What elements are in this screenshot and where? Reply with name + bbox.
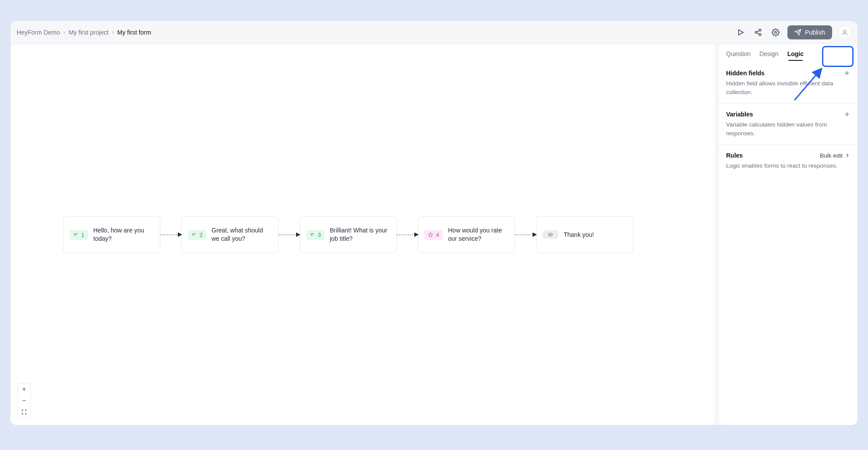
svg-point-9 [843,30,846,32]
svg-marker-0 [739,30,744,35]
send-icon [794,29,801,36]
section-title: Variables [726,111,753,118]
section-title: Rules [726,152,743,159]
node-number: 3 [318,232,321,238]
svg-marker-16 [428,232,433,237]
flow-edge [160,234,181,235]
play-icon [737,28,745,36]
plus-icon [843,70,850,77]
flow-edge [279,234,300,235]
svg-point-2 [755,32,757,34]
flow-node[interactable]: 4 How would you rate our service? [418,216,515,253]
flow-node[interactable]: 1 Hello, how are you today? [63,216,160,253]
arrow-right-icon [296,232,300,237]
flow-row: 1 Hello, how are you today? 2 [63,216,633,253]
publish-button[interactable]: Publish [787,25,832,39]
node-number: 4 [436,232,439,238]
flow-edge [397,234,418,235]
node-badge: 1 [70,230,88,240]
chevron-right-icon: › [64,29,65,35]
plus-icon [843,111,850,118]
svg-line-5 [757,33,759,34]
share-icon [754,28,762,36]
plus-icon [21,386,27,392]
fit-view-button[interactable] [18,406,30,418]
breadcrumb: HeyForm Demo › My first project › My fir… [17,29,151,36]
arrow-right-icon [533,232,537,237]
flow-node[interactable]: 3 Brilliant! What is your job title? [300,216,397,253]
node-badge: 4 [424,230,443,240]
topbar-actions: Publish [735,25,851,39]
text-icon [191,232,197,237]
preview-button[interactable] [735,27,746,38]
breadcrumb-workspace[interactable]: HeyForm Demo [17,29,60,36]
chevron-right-icon [844,152,850,158]
zoom-out-button[interactable] [18,395,30,406]
avatar[interactable] [838,26,851,39]
section-description: Variable calculates hidden values from r… [726,120,850,137]
properties-panel: Question Design Logic Hidde [719,44,857,425]
logic-canvas[interactable]: 1 Hello, how are you today? 2 [11,44,715,425]
star-icon [428,232,433,237]
breadcrumb-project[interactable]: My first project [69,29,109,36]
node-label: How would you rate our service? [448,226,508,243]
panel-tabs: Question Design Logic [719,44,857,63]
publish-label: Publish [805,29,825,36]
bulk-edit-label: Bulk edit [820,152,843,159]
node-label: Hello, how are you today? [93,226,154,243]
zoom-in-button[interactable] [18,383,30,395]
maximize-icon [21,409,27,415]
text-icon [73,232,78,237]
topbar: HeyForm Demo › My first project › My fir… [11,21,857,44]
section-hidden-fields: Hidden fields Hidden field allows invisi… [719,63,857,104]
node-badge: 3 [306,230,325,240]
svg-line-4 [757,31,759,32]
arrow-right-icon [178,232,182,237]
svg-point-3 [759,34,761,36]
gear-icon [772,28,780,36]
svg-point-1 [759,29,761,32]
section-description: Hidden field allows invisible efficient … [726,79,850,96]
add-variable-button[interactable] [843,111,850,118]
share-button[interactable] [752,27,764,38]
section-rules: Rules Bulk edit Logic enables forms to r… [719,145,857,177]
bulk-edit-button[interactable]: Bulk edit [820,152,850,159]
zoom-controls [18,383,31,418]
flow-node[interactable]: Thank you! [536,216,633,253]
thankyou-icon [548,232,553,237]
tab-logic[interactable]: Logic [787,50,804,63]
flow-edge [515,234,536,235]
app-frame: HeyForm Demo › My first project › My fir… [11,21,857,425]
node-number: 1 [81,232,84,238]
editor-body: 1 Hello, how are you today? 2 [11,44,857,425]
node-label: Great, what should we call you? [212,226,272,243]
tab-design[interactable]: Design [759,50,779,63]
arrow-right-icon [414,232,419,237]
user-icon [841,29,848,36]
chevron-right-icon: › [112,29,114,35]
text-icon [310,232,315,237]
section-description: Logic enables forms to react to response… [726,162,850,170]
node-badge: 2 [188,230,206,240]
settings-button[interactable] [770,27,781,38]
node-label: Brilliant! What is your job title? [330,226,390,243]
svg-point-6 [775,32,777,34]
svg-rect-17 [549,233,552,236]
node-label: Thank you! [564,231,594,239]
section-title: Hidden fields [726,70,765,77]
node-number: 2 [199,232,202,238]
add-hidden-field-button[interactable] [843,70,850,77]
breadcrumb-form[interactable]: My first form [117,29,151,36]
minus-icon [21,397,27,404]
node-badge [543,230,558,239]
section-variables: Variables Variable calculates hidden val… [719,104,857,145]
flow-node[interactable]: 2 Great, what should we call you? [181,216,279,253]
tab-question[interactable]: Question [726,50,751,63]
